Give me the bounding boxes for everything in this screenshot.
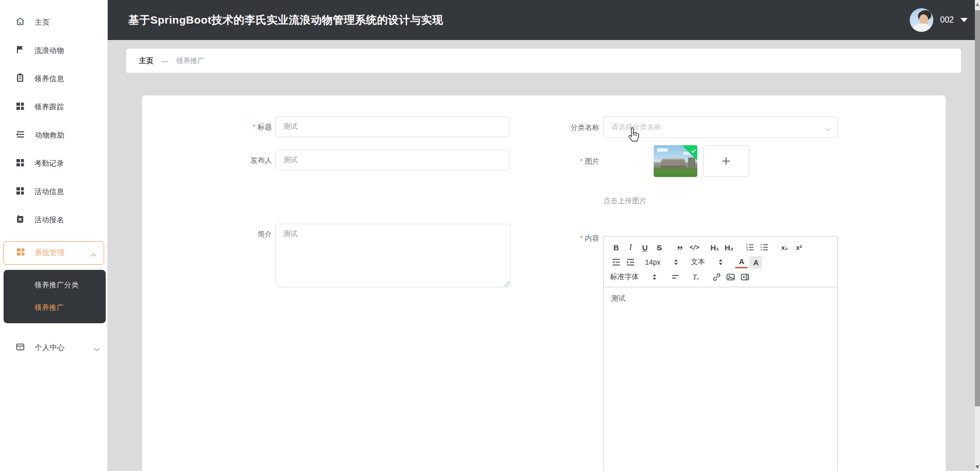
updown-icon — [674, 259, 678, 265]
submenu-item-adoption-promo-category[interactable]: 领养推广分类 — [4, 274, 106, 297]
scrollbar-thumb[interactable] — [975, 10, 980, 406]
updown-icon — [652, 274, 657, 280]
sidebar-item-label: 考勤记录 — [34, 159, 64, 168]
sidebar: 主页 流浪动物 领养信息 领养跟踪 — [0, 0, 108, 471]
clipboard-icon — [15, 73, 25, 85]
grid-icon — [16, 247, 25, 259]
breadcrumb: 主页 — 领养推广 — [126, 49, 961, 73]
sidebar-item-adoption-info[interactable]: 领养信息 — [0, 65, 107, 93]
uploaded-image-thumbnail[interactable] — [654, 145, 697, 177]
editor-toolbar: B I U S ” </> H₁ H₂ — [604, 237, 837, 287]
code-block-button[interactable]: </> — [688, 241, 700, 253]
category-select[interactable]: 请选择分类名称 — [603, 116, 838, 138]
sidebar-item-activity-signup[interactable]: 活动报名 — [0, 206, 107, 234]
username: 002 — [940, 15, 954, 25]
plus-icon: + — [721, 153, 731, 169]
content-label: *内容 — [142, 233, 599, 243]
avatar[interactable] — [910, 8, 933, 32]
updown-icon — [718, 259, 723, 265]
required-mark: * — [580, 234, 583, 242]
subscript-button[interactable]: x₂ — [778, 241, 791, 253]
scroll-up-arrow-icon[interactable] — [975, 3, 979, 6]
sidebar-item-stray-animals[interactable]: 流浪动物 — [0, 36, 107, 65]
rich-text-editor: B I U S ” </> H₁ H₂ — [603, 236, 838, 471]
chevron-down-icon — [825, 125, 831, 134]
italic-button[interactable]: I — [624, 241, 637, 253]
chevron-down-icon — [93, 345, 100, 354]
adoption-promo-form-card: *标题 分类名称 请选择分类名称 发布人 *图片 + 点击上传图片 — [142, 95, 946, 471]
grid-icon — [15, 102, 25, 113]
font-family-select[interactable]: 标准字体 — [610, 272, 657, 282]
top-header: 基于SpringBoot技术的李氏实业流浪动物管理系统的设计与实现 002 — [108, 0, 980, 40]
breadcrumb-separator: — — [161, 57, 168, 65]
rescue-list-icon — [15, 130, 25, 141]
sidebar-item-label: 主页 — [35, 18, 50, 27]
upload-hint: 点击上传图片 — [603, 197, 646, 206]
heading2-button[interactable]: H₂ — [723, 241, 735, 253]
resize-grip[interactable] — [503, 280, 509, 286]
sidebar-item-attendance[interactable]: 考勤记录 — [0, 149, 107, 178]
bold-button[interactable]: B — [610, 241, 622, 253]
font-size-select[interactable]: 14px — [645, 258, 678, 266]
submenu-item-adoption-promo[interactable]: 领养推广 — [4, 297, 106, 319]
clear-format-button[interactable]: Tₓ — [690, 271, 702, 283]
category-label: 分类名称 — [142, 116, 599, 138]
page-title: 基于SpringBoot技术的李氏实业流浪动物管理系统的设计与实现 — [128, 13, 443, 27]
highlight-color-button[interactable]: A — [750, 256, 762, 268]
sidebar-item-label: 流浪动物 — [34, 46, 64, 55]
underline-button[interactable]: U — [639, 241, 651, 253]
sidebar-item-activity-info[interactable]: 活动信息 — [0, 178, 107, 206]
sidebar-item-adoption-tracking[interactable]: 领养跟踪 — [0, 93, 107, 121]
chevron-up-icon — [90, 250, 97, 260]
sidebar-item-home[interactable]: 主页 — [0, 8, 107, 36]
grid-icon — [15, 186, 25, 198]
add-image-button[interactable]: + — [703, 145, 749, 177]
sidebar-item-label: 领养信息 — [34, 74, 64, 84]
text-color-button[interactable]: A — [735, 256, 748, 268]
grid-icon — [15, 158, 25, 169]
scroll-down-arrow-icon[interactable] — [975, 465, 979, 469]
submenu-item-label: 领养推广 — [34, 303, 64, 312]
sidebar-item-label: 领养跟踪 — [34, 103, 64, 112]
superscript-button[interactable]: x² — [793, 241, 805, 253]
category-placeholder: 请选择分类名称 — [611, 123, 661, 132]
sidebar-item-animal-rescue[interactable]: 动物救助 — [0, 121, 107, 149]
bullet-list-button[interactable] — [758, 241, 770, 253]
sidebar-item-personal-center[interactable]: 个人中心 — [0, 333, 107, 362]
heading1-button[interactable]: H₁ — [709, 241, 721, 253]
editor-content[interactable]: 测试 — [604, 287, 837, 310]
align-button[interactable] — [669, 271, 681, 283]
strikethrough-button[interactable]: S — [653, 241, 665, 253]
link-button[interactable] — [710, 271, 722, 283]
dropdown-caret-icon — [961, 18, 968, 22]
blockquote-button[interactable]: ” — [674, 241, 686, 253]
check-icon — [691, 146, 696, 155]
sidebar-item-label: 动物救助 — [35, 131, 65, 140]
breadcrumb-current: 领养推广 — [176, 56, 205, 66]
vertical-scrollbar[interactable] — [975, 0, 980, 471]
video-button[interactable] — [739, 271, 751, 283]
breadcrumb-home[interactable]: 主页 — [139, 56, 153, 66]
sidebar-item-label: 活动报名 — [34, 215, 64, 225]
submenu-item-label: 领养推广分类 — [34, 281, 79, 290]
flag-icon — [15, 45, 25, 56]
signup-icon — [15, 214, 25, 226]
ordered-list-button[interactable] — [743, 241, 756, 253]
wallet-icon — [15, 342, 25, 354]
user-menu[interactable]: 002 — [910, 0, 968, 40]
home-icon — [15, 16, 25, 28]
image-button[interactable] — [724, 271, 737, 283]
paragraph-style-select[interactable]: 文本 — [691, 258, 723, 267]
sidebar-item-label: 个人中心 — [35, 343, 65, 352]
sidebar-item-label: 活动信息 — [34, 187, 64, 197]
outdent-button[interactable] — [610, 256, 622, 268]
sidebar-item-label: 系统管理 — [35, 248, 65, 258]
required-mark: * — [580, 157, 583, 165]
sidebar-item-system-management[interactable]: 系统管理 — [3, 241, 104, 265]
image-label: *图片 — [142, 145, 599, 177]
indent-button[interactable] — [624, 256, 637, 268]
system-management-submenu: 领养推广分类 领养推广 — [4, 270, 106, 323]
